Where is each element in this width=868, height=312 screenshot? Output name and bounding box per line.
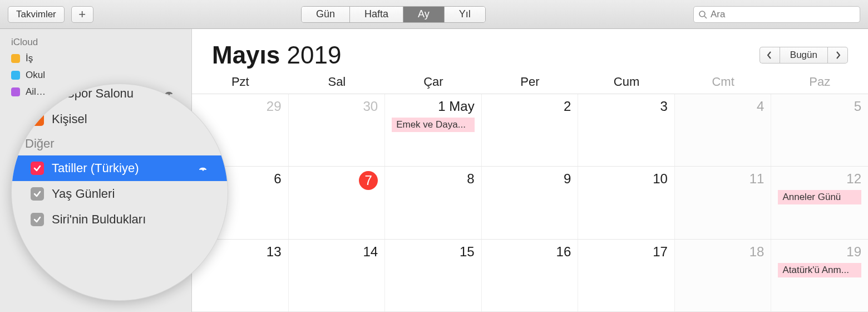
weekday-header: PztSalÇarPerCumCmtPaz bbox=[192, 75, 868, 94]
day-cell[interactable]: 2 bbox=[482, 94, 579, 166]
checkmark-icon bbox=[33, 164, 42, 173]
calendar-checkbox[interactable] bbox=[31, 162, 44, 175]
sidebar-item[interactable]: Tatiller (Türkiye) bbox=[12, 155, 228, 181]
calendar-label: Yaş Günleri bbox=[52, 187, 115, 201]
day-cell[interactable]: 15 bbox=[385, 240, 482, 311]
day-number: 1 May bbox=[392, 99, 475, 114]
day-number: 8 bbox=[392, 171, 475, 187]
sidebar-item-school[interactable]: Okul bbox=[0, 67, 191, 84]
prev-month-button[interactable] bbox=[760, 47, 780, 64]
day-number: 9 bbox=[489, 171, 571, 187]
day-number: 4 bbox=[682, 99, 765, 114]
calendar-color-checkbox[interactable] bbox=[11, 54, 20, 63]
next-month-button[interactable] bbox=[828, 47, 848, 64]
calendar-label: Tatiller (Türkiye) bbox=[52, 161, 139, 176]
month-grid: 29301 MayEmek ve Daya...23456789101112An… bbox=[192, 94, 868, 312]
plus-icon: + bbox=[78, 7, 86, 22]
day-cell[interactable]: 19Atatürk'ü Anm... bbox=[771, 240, 868, 311]
svg-point-2 bbox=[168, 93, 170, 95]
calendar-checkbox[interactable] bbox=[31, 187, 44, 201]
day-cell[interactable]: 11 bbox=[675, 167, 772, 238]
weekday-label: Paz bbox=[771, 75, 868, 89]
day-cell[interactable]: 5 bbox=[771, 94, 868, 166]
search-field[interactable] bbox=[693, 6, 860, 23]
checkmark-icon bbox=[33, 215, 42, 224]
calendar-color-checkbox[interactable] bbox=[11, 87, 20, 96]
svg-point-0 bbox=[699, 11, 705, 17]
day-number: 12 bbox=[778, 171, 861, 187]
calendars-toggle-button[interactable]: Takvimler bbox=[8, 6, 65, 23]
nav-group: Bugün bbox=[760, 47, 848, 64]
day-number: 11 bbox=[682, 171, 765, 187]
day-cell[interactable]: 3 bbox=[578, 94, 675, 166]
view-day-button[interactable]: Gün bbox=[302, 7, 350, 22]
day-cell[interactable]: 7 bbox=[289, 167, 386, 238]
day-number: 3 bbox=[585, 99, 668, 114]
day-number: 2 bbox=[489, 99, 571, 114]
svg-line-1 bbox=[704, 16, 707, 18]
sidebar-item-work[interactable]: İş bbox=[0, 50, 191, 67]
calendar-label: Ail… bbox=[26, 86, 46, 98]
sidebar-item[interactable]: Siri'nin Buldukları bbox=[12, 207, 228, 232]
add-event-button[interactable]: + bbox=[71, 6, 93, 23]
day-number: 16 bbox=[489, 244, 571, 260]
checkmark-icon bbox=[33, 189, 42, 198]
calendar-event[interactable]: Anneler Günü bbox=[778, 190, 861, 204]
day-cell[interactable]: 4 bbox=[675, 94, 772, 166]
view-week-button[interactable]: Hafta bbox=[350, 7, 403, 22]
day-cell[interactable]: 18 bbox=[675, 240, 772, 311]
day-number: 30 bbox=[295, 99, 378, 114]
day-cell[interactable]: 9 bbox=[482, 167, 579, 238]
calendar-color-checkbox[interactable] bbox=[11, 71, 20, 80]
calendar-label: Siri'nin Buldukları bbox=[52, 212, 146, 227]
day-number: 7 bbox=[359, 171, 378, 190]
weekday-label: Çar bbox=[385, 75, 482, 89]
day-number: 5 bbox=[778, 99, 861, 114]
view-month-button[interactable]: Ay bbox=[403, 7, 445, 22]
day-cell[interactable]: 30 bbox=[289, 94, 386, 166]
view-segmented-control: Gün Hafta Ay Yıl bbox=[301, 6, 486, 23]
weekday-label: Cum bbox=[578, 75, 675, 89]
calendar-label: Okul bbox=[26, 70, 45, 81]
calendar-main: Mayıs 2019 Bugün PztSalÇarPerCumCmtPaz 2… bbox=[192, 29, 868, 312]
day-cell[interactable]: 10 bbox=[578, 167, 675, 238]
day-number: 19 bbox=[778, 244, 861, 260]
svg-point-3 bbox=[202, 169, 204, 170]
view-year-button[interactable]: Yıl bbox=[445, 7, 485, 22]
sidebar-item[interactable]: Yaş Günleri bbox=[12, 181, 228, 207]
sidebar-group-icloud: iCloud bbox=[0, 35, 191, 50]
chevron-left-icon bbox=[767, 51, 772, 59]
weekday-label: Pzt bbox=[192, 75, 289, 89]
magnifier-overlay: Spor SalonuKişisel Diğer Tatiller (Türki… bbox=[11, 84, 228, 301]
day-cell[interactable]: 8 bbox=[385, 167, 482, 238]
day-cell[interactable]: 17 bbox=[578, 240, 675, 311]
month-title: Mayıs 2019 bbox=[212, 41, 341, 69]
weekday-label: Sal bbox=[289, 75, 386, 89]
day-number: 18 bbox=[682, 244, 765, 260]
day-cell[interactable]: 16 bbox=[482, 240, 579, 311]
toolbar: Takvimler + Gün Hafta Ay Yıl bbox=[0, 0, 868, 29]
day-cell[interactable]: 12Anneler Günü bbox=[771, 167, 868, 238]
calendar-checkbox[interactable] bbox=[31, 213, 44, 226]
day-number: 15 bbox=[392, 244, 475, 260]
day-cell[interactable]: 1 MayEmek ve Daya... bbox=[385, 94, 482, 166]
calendar-event[interactable]: Emek ve Daya... bbox=[392, 118, 475, 132]
calendar-label: İş bbox=[26, 53, 33, 64]
search-icon bbox=[698, 10, 707, 19]
chevron-right-icon bbox=[835, 51, 841, 59]
sidebar-group-other: Diğer bbox=[12, 132, 228, 155]
day-number: 29 bbox=[199, 99, 282, 114]
calendar-event[interactable]: Atatürk'ü Anm... bbox=[778, 263, 861, 277]
weekday-label: Per bbox=[482, 75, 579, 89]
broadcast-icon bbox=[198, 161, 209, 172]
day-number: 17 bbox=[585, 244, 668, 260]
shared-indicator bbox=[198, 161, 209, 176]
calendar-label: Kişisel bbox=[52, 112, 87, 126]
search-input[interactable] bbox=[711, 9, 855, 20]
day-number: 14 bbox=[295, 244, 378, 260]
weekday-label: Cmt bbox=[675, 75, 772, 89]
day-number: 10 bbox=[585, 171, 668, 187]
day-cell[interactable]: 14 bbox=[289, 240, 386, 311]
today-button[interactable]: Bugün bbox=[780, 47, 828, 64]
